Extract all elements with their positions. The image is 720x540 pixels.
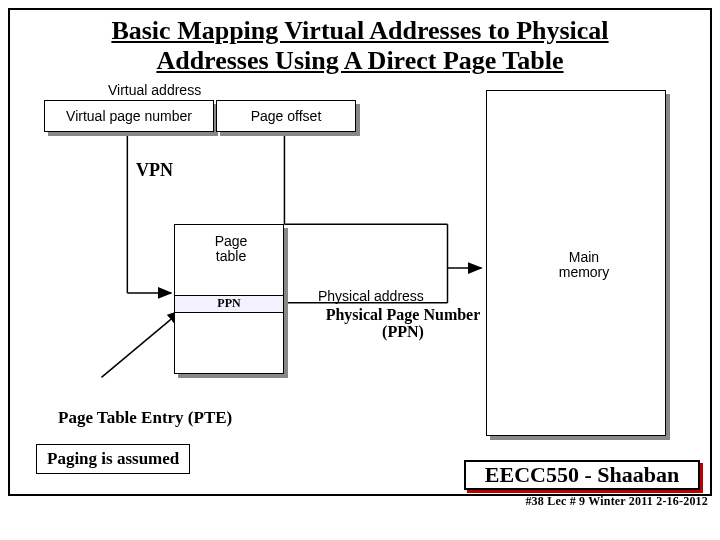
slide-title: Basic Mapping Virtual Addresses to Physi… (10, 10, 710, 78)
vpn-abbrev-label: VPN (136, 160, 173, 181)
diagram-area: Virtual address Virtual page number Page… (10, 78, 710, 478)
ppn-caption-line-1: Physical Page Number (326, 306, 481, 323)
page-table-label: Page table (206, 234, 256, 265)
course-footer: EECC550 - Shaaban (464, 460, 700, 490)
paging-assumed-box: Paging is assumed (36, 444, 190, 474)
title-line-2: Addresses Using A Direct Page Table (156, 46, 563, 75)
page-offset-box: Page offset (216, 100, 356, 132)
slide-frame: Basic Mapping Virtual Addresses to Physi… (8, 8, 712, 496)
title-line-1: Basic Mapping Virtual Addresses to Physi… (111, 16, 608, 45)
virtual-page-number-box: Virtual page number (44, 100, 214, 132)
virtual-address-label: Virtual address (108, 82, 201, 98)
meta-footer: #38 Lec # 9 Winter 2011 2-16-2012 (464, 494, 708, 509)
svg-line-8 (101, 311, 181, 378)
pte-label: Page Table Entry (PTE) (58, 408, 232, 428)
ppn-row: PPN (175, 295, 283, 313)
ppn-caption: Physical Page Number (PPN) (318, 306, 488, 341)
main-memory-label: Main memory (554, 250, 614, 281)
ppn-caption-line-2: (PPN) (382, 323, 424, 340)
physical-address-label: Physical address (318, 288, 424, 304)
